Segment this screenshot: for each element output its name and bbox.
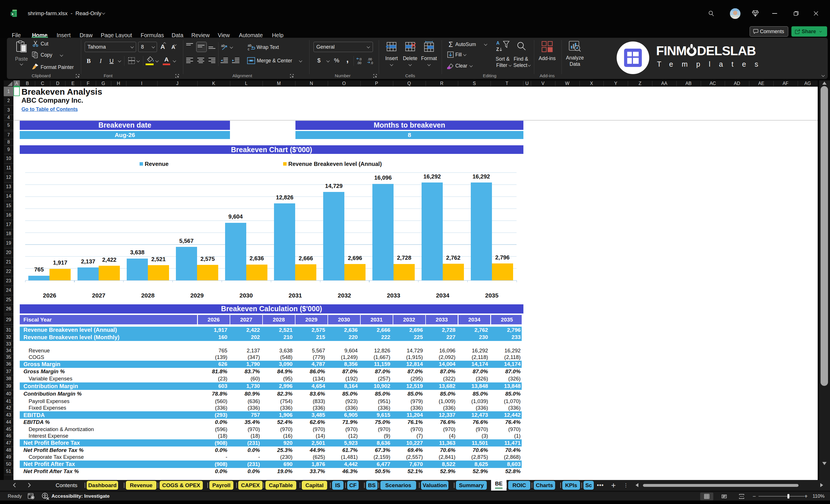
svg-text:.0: .0 [359, 58, 361, 61]
svg-text:.00: .00 [357, 61, 361, 65]
svg-text:ab: ab [248, 43, 252, 48]
svg-text:x: x [12, 12, 14, 16]
svg-text:c: c [248, 47, 249, 51]
svg-text:.00: .00 [368, 58, 372, 61]
svg-text:Z: Z [496, 47, 499, 52]
svg-text:A: A [496, 41, 500, 45]
svg-text:.0: .0 [371, 61, 373, 65]
svg-text:ab: ab [221, 44, 225, 48]
